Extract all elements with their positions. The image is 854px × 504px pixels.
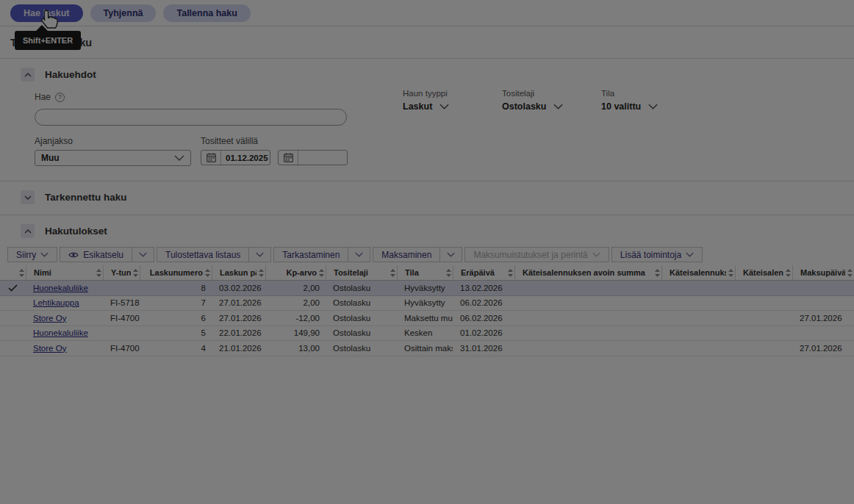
calendar-icon[interactable] — [201, 151, 221, 165]
period-select[interactable]: Muu — [35, 150, 191, 166]
column-header-cash_discount_due[interactable]: Käteisalennuksen eräpäivä — [661, 265, 735, 280]
search-type-dropdown[interactable]: Laskut — [403, 101, 502, 112]
column-header-document_type[interactable]: Tositelaji — [326, 265, 397, 280]
sort-arrows-icon[interactable] — [259, 269, 264, 277]
date-from-input[interactable]: 01.12.2025 — [201, 150, 270, 165]
toolbar-button-label: Esikatselu — [83, 250, 123, 260]
column-header-invoice_date[interactable]: Laskun päivä — [212, 265, 265, 280]
invoice-name-link[interactable]: Lehtikauppa — [33, 298, 79, 307]
toolbar-group-2: Tulostettava listaus — [157, 247, 271, 262]
toolbar-menu-arrow-tarkastaminen[interactable] — [348, 247, 370, 262]
results-toolbar: SiirryEsikatseluTulostettava listausTark… — [0, 245, 854, 265]
invoice-name-link[interactable]: Huonekaluliike — [33, 284, 88, 292]
invoice-name-link[interactable]: Store Oy — [33, 344, 66, 353]
row-selected-checkmark[interactable] — [0, 284, 26, 292]
column-header-status[interactable]: Tila — [397, 265, 453, 280]
toolbar-menu-arrow-tulostettava-listaus[interactable] — [249, 247, 271, 262]
column-header-check[interactable] — [0, 265, 26, 280]
column-header-label: Käteisalennuksen eräpäivä — [670, 268, 726, 277]
column-header-due_date[interactable]: Eräpäivä — [453, 265, 514, 280]
sort-arrows-icon[interactable] — [446, 269, 451, 277]
results-table-header: NimiY-tunnusLaskunumeroLaskun päiväKp-ar… — [0, 265, 854, 281]
sort-arrows-icon[interactable] — [786, 269, 791, 277]
sort-arrows-icon[interactable] — [508, 269, 513, 277]
status-dropdown[interactable]: 10 valittu — [601, 101, 700, 112]
toolbar-button-lis-toimintoja[interactable]: Lisää toimintoja — [611, 247, 703, 262]
table-row-4[interactable]: Huonekaluliike522.01.2026149,90Ostolasku… — [0, 326, 854, 342]
invoice-name-link[interactable]: Huonekaluliike — [33, 328, 88, 337]
sort-arrows-icon[interactable] — [19, 269, 24, 277]
criteria-body: Hae ? Ajanjakso Muu Tositteet välillä 01… — [0, 87, 854, 181]
cell-kp_value: 149,90 — [265, 328, 326, 337]
advanced-section-title: Tarkennettu haku — [45, 192, 127, 203]
sort-arrows-icon[interactable] — [390, 269, 395, 277]
toolbar-button-tarkastaminen[interactable]: Tarkastaminen — [273, 247, 348, 262]
search-input[interactable] — [35, 109, 347, 126]
toolbar-button-maksumuistutukset-ja-perint-: Maksumuistutukset ja perintä — [464, 247, 609, 262]
cell-name: Lehtikauppa — [26, 298, 103, 307]
sort-arrows-icon[interactable] — [96, 269, 101, 277]
cell-name: Store Oy — [26, 314, 103, 323]
toolbar-menu-arrow-maksaminen[interactable] — [440, 247, 462, 262]
results-section-title: Hakutulokset — [45, 226, 107, 237]
column-header-label: Nimi — [34, 268, 94, 277]
cell-kp_value: 2,00 — [265, 284, 326, 292]
cell-kp_value: -12,00 — [265, 314, 326, 323]
results-collapse-toggle[interactable] — [21, 224, 35, 238]
toolbar-menu-arrow-esikatselu[interactable] — [132, 247, 154, 262]
table-row-5[interactable]: Store OyFI-4700421.01.202613,00Ostolasku… — [0, 341, 854, 356]
column-header-name[interactable]: Nimi — [26, 265, 103, 280]
toolbar-group-0: Siirry — [7, 247, 57, 262]
cell-invoice_number: 6 — [140, 314, 212, 323]
toolbar-group-3: Tarkastaminen — [273, 247, 370, 262]
cell-kp_value: 13,00 — [265, 344, 326, 353]
sort-arrows-icon[interactable] — [847, 269, 853, 277]
results-section-header: Hakutulokset — [0, 215, 854, 245]
toolbar-button-siirry[interactable]: Siirry — [7, 247, 57, 262]
sort-arrows-icon[interactable] — [728, 269, 733, 277]
advanced-expand-toggle[interactable] — [21, 190, 35, 204]
cell-status: Osittain maksettu — [397, 344, 453, 353]
cell-invoice_date: 03.02.2026 — [212, 284, 265, 292]
sort-arrows-icon[interactable] — [133, 269, 138, 277]
chevron-down-icon — [553, 104, 563, 109]
results-table: NimiY-tunnusLaskunumeroLaskun päiväKp-ar… — [0, 265, 854, 356]
column-header-cash_discount_open[interactable]: Käteisalennuksen avoin summa — [514, 265, 661, 280]
checkmark-icon — [8, 284, 18, 292]
results-table-body: Huonekaluliike803.02.20262,00OstolaskuHy… — [0, 281, 854, 356]
column-header-invoice_number[interactable]: Laskunumero — [140, 265, 212, 280]
search-invoices-button[interactable]: Hae laskut — [10, 4, 83, 22]
toolbar-button-maksaminen[interactable]: Maksaminen — [373, 247, 440, 262]
column-header-payment_date[interactable]: Maksupäivä — [792, 265, 854, 280]
sort-arrows-icon[interactable] — [205, 269, 210, 277]
criteria-collapse-toggle[interactable] — [21, 68, 35, 82]
chevron-down-icon — [24, 195, 32, 200]
criteria-section-title: Hakuehdot — [45, 69, 96, 80]
help-icon[interactable]: ? — [55, 93, 65, 102]
chevron-down-icon — [648, 104, 658, 109]
table-row-2[interactable]: LehtikauppaFI-5718727.01.20262,00Ostolas… — [0, 296, 854, 312]
table-row-3[interactable]: Store OyFI-4700627.01.2026-12,00Ostolask… — [0, 311, 854, 326]
table-row-1[interactable]: Huonekaluliike803.02.20262,00OstolaskuHy… — [0, 281, 854, 296]
column-header-kp_value[interactable]: Kp-arvo — [265, 265, 326, 280]
column-header-business_id[interactable]: Y-tunnus — [103, 265, 140, 280]
cell-document_type: Ostolasku — [326, 298, 397, 307]
invoice-name-link[interactable]: Store Oy — [33, 314, 66, 323]
sort-arrows-icon[interactable] — [655, 269, 660, 277]
toolbar-button-esikatselu[interactable]: Esikatselu — [60, 247, 132, 262]
cell-document_type: Ostolasku — [326, 344, 397, 353]
save-search-button[interactable]: Tallenna haku — [163, 4, 250, 22]
clear-button[interactable]: Tyhjennä — [90, 4, 157, 22]
cell-due_date: 01.02.2026 — [453, 328, 514, 337]
document-type-dropdown[interactable]: Ostolasku — [502, 101, 601, 112]
chevron-down-icon — [174, 155, 184, 161]
toolbar-button-tulostettava-listaus[interactable]: Tulostettava listaus — [157, 247, 249, 262]
toolbar-button-label: Tulostettava listaus — [165, 250, 240, 260]
sort-arrows-icon[interactable] — [319, 269, 324, 277]
toolbar-button-label: Siirry — [16, 250, 36, 260]
date-to-input[interactable] — [278, 150, 348, 165]
cell-invoice_number: 8 — [140, 284, 212, 292]
column-header-cash_discount[interactable]: Käteisalennus — [735, 265, 792, 280]
criteria-section-header: Hakuehdot — [0, 59, 854, 87]
calendar-icon[interactable] — [279, 151, 298, 165]
